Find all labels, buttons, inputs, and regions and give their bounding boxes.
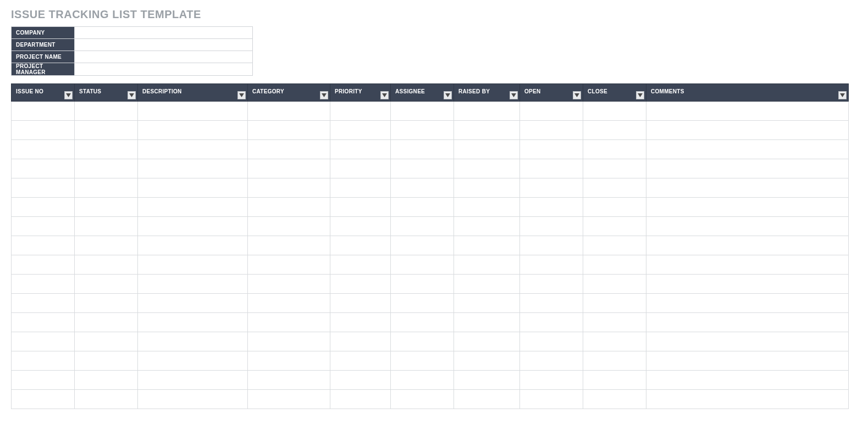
cell-raised_by[interactable] <box>454 159 520 178</box>
cell-close[interactable] <box>583 332 646 351</box>
cell-raised_by[interactable] <box>454 390 520 409</box>
cell-issue_no[interactable] <box>12 236 75 255</box>
filter-dropdown-icon[interactable] <box>320 91 328 99</box>
cell-category[interactable] <box>248 294 330 313</box>
cell-category[interactable] <box>248 236 330 255</box>
cell-open[interactable] <box>520 313 583 332</box>
cell-comments[interactable] <box>646 178 849 198</box>
cell-issue_no[interactable] <box>12 351 75 371</box>
cell-priority[interactable] <box>330 198 391 217</box>
cell-priority[interactable] <box>330 332 391 351</box>
cell-issue_no[interactable] <box>12 198 75 217</box>
cell-category[interactable] <box>248 217 330 236</box>
cell-category[interactable] <box>248 102 330 121</box>
cell-issue_no[interactable] <box>12 140 75 159</box>
cell-issue_no[interactable] <box>12 332 75 351</box>
cell-priority[interactable] <box>330 351 391 371</box>
cell-comments[interactable] <box>646 121 849 140</box>
cell-category[interactable] <box>248 121 330 140</box>
cell-comments[interactable] <box>646 217 849 236</box>
cell-priority[interactable] <box>330 371 391 390</box>
cell-priority[interactable] <box>330 313 391 332</box>
cell-close[interactable] <box>583 313 646 332</box>
cell-category[interactable] <box>248 351 330 371</box>
cell-close[interactable] <box>583 371 646 390</box>
cell-description[interactable] <box>138 255 248 275</box>
cell-issue_no[interactable] <box>12 371 75 390</box>
cell-assignee[interactable] <box>391 140 454 159</box>
cell-description[interactable] <box>138 198 248 217</box>
cell-assignee[interactable] <box>391 178 454 198</box>
cell-open[interactable] <box>520 351 583 371</box>
cell-raised_by[interactable] <box>454 351 520 371</box>
cell-status[interactable] <box>75 159 138 178</box>
cell-assignee[interactable] <box>391 121 454 140</box>
cell-open[interactable] <box>520 255 583 275</box>
cell-assignee[interactable] <box>391 236 454 255</box>
cell-description[interactable] <box>138 275 248 294</box>
cell-comments[interactable] <box>646 198 849 217</box>
cell-raised_by[interactable] <box>454 102 520 121</box>
cell-category[interactable] <box>248 159 330 178</box>
cell-comments[interactable] <box>646 351 849 371</box>
cell-open[interactable] <box>520 236 583 255</box>
cell-close[interactable] <box>583 351 646 371</box>
meta-value-project-manager[interactable] <box>75 63 253 76</box>
cell-description[interactable] <box>138 236 248 255</box>
cell-raised_by[interactable] <box>454 313 520 332</box>
cell-open[interactable] <box>520 198 583 217</box>
cell-comments[interactable] <box>646 371 849 390</box>
cell-issue_no[interactable] <box>12 102 75 121</box>
cell-priority[interactable] <box>330 275 391 294</box>
cell-assignee[interactable] <box>391 294 454 313</box>
cell-close[interactable] <box>583 255 646 275</box>
cell-description[interactable] <box>138 351 248 371</box>
cell-comments[interactable] <box>646 140 849 159</box>
cell-raised_by[interactable] <box>454 121 520 140</box>
cell-close[interactable] <box>583 236 646 255</box>
cell-open[interactable] <box>520 275 583 294</box>
cell-raised_by[interactable] <box>454 236 520 255</box>
cell-status[interactable] <box>75 371 138 390</box>
cell-category[interactable] <box>248 255 330 275</box>
cell-raised_by[interactable] <box>454 371 520 390</box>
cell-assignee[interactable] <box>391 390 454 409</box>
cell-description[interactable] <box>138 294 248 313</box>
cell-description[interactable] <box>138 121 248 140</box>
cell-priority[interactable] <box>330 217 391 236</box>
cell-close[interactable] <box>583 102 646 121</box>
filter-dropdown-icon[interactable] <box>380 91 389 99</box>
cell-raised_by[interactable] <box>454 198 520 217</box>
cell-issue_no[interactable] <box>12 178 75 198</box>
cell-open[interactable] <box>520 371 583 390</box>
meta-value-project-name[interactable] <box>75 51 253 63</box>
cell-issue_no[interactable] <box>12 217 75 236</box>
filter-dropdown-icon[interactable] <box>444 91 452 99</box>
cell-issue_no[interactable] <box>12 159 75 178</box>
filter-dropdown-icon[interactable] <box>573 91 581 99</box>
cell-open[interactable] <box>520 102 583 121</box>
cell-close[interactable] <box>583 198 646 217</box>
cell-category[interactable] <box>248 275 330 294</box>
cell-close[interactable] <box>583 294 646 313</box>
cell-raised_by[interactable] <box>454 140 520 159</box>
cell-description[interactable] <box>138 371 248 390</box>
cell-assignee[interactable] <box>391 159 454 178</box>
cell-priority[interactable] <box>330 390 391 409</box>
cell-category[interactable] <box>248 313 330 332</box>
cell-priority[interactable] <box>330 236 391 255</box>
cell-priority[interactable] <box>330 294 391 313</box>
cell-comments[interactable] <box>646 332 849 351</box>
meta-value-company[interactable] <box>75 27 253 39</box>
filter-dropdown-icon[interactable] <box>636 91 644 99</box>
cell-category[interactable] <box>248 198 330 217</box>
cell-status[interactable] <box>75 390 138 409</box>
cell-description[interactable] <box>138 102 248 121</box>
cell-assignee[interactable] <box>391 351 454 371</box>
cell-description[interactable] <box>138 178 248 198</box>
cell-open[interactable] <box>520 294 583 313</box>
cell-category[interactable] <box>248 332 330 351</box>
cell-status[interactable] <box>75 217 138 236</box>
cell-open[interactable] <box>520 178 583 198</box>
cell-assignee[interactable] <box>391 313 454 332</box>
